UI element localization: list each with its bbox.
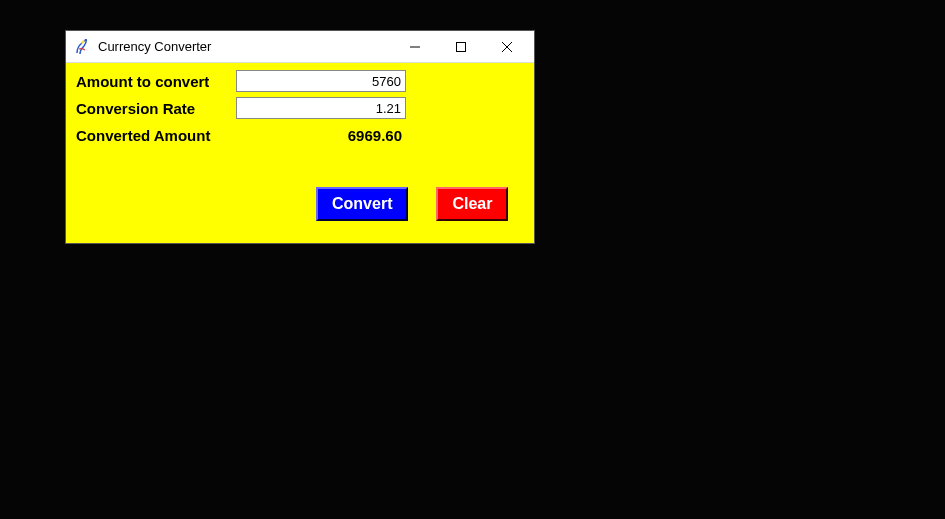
svg-rect-2 — [457, 42, 466, 51]
clear-button[interactable]: Clear — [436, 187, 508, 221]
result-row: Converted Amount 6969.60 — [76, 123, 524, 147]
amount-row: Amount to convert — [76, 69, 524, 93]
result-value: 6969.60 — [236, 127, 406, 144]
window-controls — [392, 32, 530, 62]
convert-button[interactable]: Convert — [316, 187, 408, 221]
tkinter-icon — [74, 39, 90, 55]
result-label: Converted Amount — [76, 127, 236, 144]
rate-row: Conversion Rate — [76, 96, 524, 120]
titlebar: Currency Converter — [66, 31, 534, 63]
maximize-button[interactable] — [438, 32, 484, 62]
form-area: Amount to convert Conversion Rate Conver… — [66, 63, 534, 243]
rate-label: Conversion Rate — [76, 100, 236, 117]
buttons-row: Convert Clear — [316, 187, 524, 221]
rate-input[interactable] — [236, 97, 406, 119]
app-window: Currency Converter Amount to convert Con… — [65, 30, 535, 244]
window-title: Currency Converter — [98, 39, 392, 54]
minimize-button[interactable] — [392, 32, 438, 62]
close-button[interactable] — [484, 32, 530, 62]
amount-input[interactable] — [236, 70, 406, 92]
amount-label: Amount to convert — [76, 73, 236, 90]
